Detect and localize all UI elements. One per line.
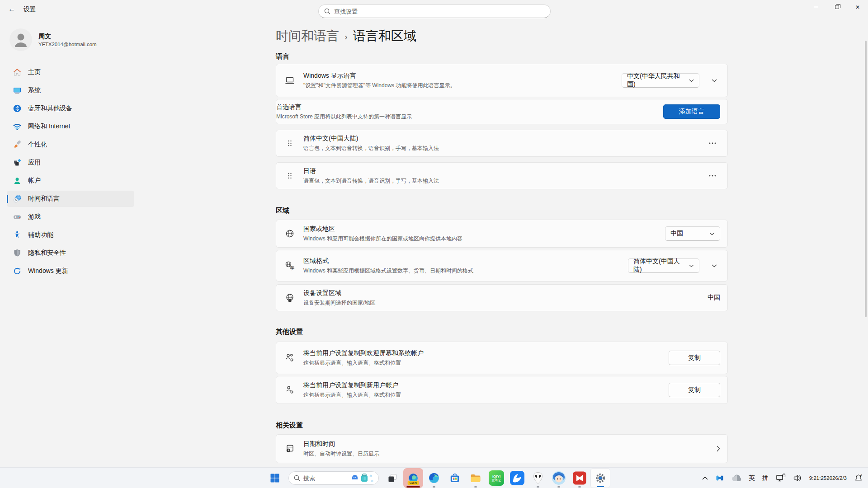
running-indicator	[474, 486, 477, 488]
start-button[interactable]	[265, 468, 285, 488]
running-indicator	[557, 486, 560, 488]
running-indicator	[537, 486, 539, 488]
red-app-button[interactable]	[570, 468, 590, 488]
windows-logo-icon	[270, 473, 280, 483]
device-region-title: 设备设置区域	[303, 289, 703, 297]
task-view-icon	[387, 473, 397, 483]
copy-new-user-button[interactable]: 复制	[669, 383, 720, 397]
more-icon	[709, 142, 716, 144]
sidebar-item-home[interactable]: 主页	[7, 64, 134, 80]
back-button[interactable]: ←	[5, 3, 19, 15]
sidebar-item-label: 隐私和安全性	[28, 249, 66, 257]
ime-mode-indicator[interactable]: 拼	[760, 469, 771, 487]
task-view-button[interactable]	[382, 468, 402, 488]
tray-app-button[interactable]	[713, 469, 726, 487]
settings-search-input[interactable]	[334, 8, 545, 15]
store-icon	[449, 472, 461, 484]
tray-overflow-button[interactable]	[700, 469, 710, 487]
apps-icon	[13, 158, 22, 167]
anime-avatar-app-button[interactable]	[549, 468, 569, 488]
breadcrumb: 时间和语言 › 语言和区域	[276, 27, 728, 45]
sidebar-item-apps[interactable]: 应用	[7, 155, 134, 171]
more-options-button[interactable]	[705, 169, 720, 183]
sidebar-item-network[interactable]: 网络和 Internet	[7, 118, 134, 135]
sidebar-item-label: 主页	[28, 68, 41, 76]
sidebar-item-bluetooth[interactable]: 蓝牙和其他设备	[7, 100, 134, 117]
clock-tray-button[interactable]: 9:21:25 2026/2/3	[807, 469, 849, 487]
page-title: 语言和区域	[353, 28, 416, 45]
tray-date: 2026/2/3	[826, 475, 847, 482]
settings-taskbar-button[interactable]	[590, 468, 610, 488]
language-features: 语言包，文本到语音转换，语音识别，手写，基本输入法	[303, 177, 700, 185]
sidebar-item-label: 游戏	[28, 213, 41, 221]
sidebar-item-system[interactable]: 系统	[7, 82, 134, 99]
cloud-icon	[731, 474, 741, 482]
brush-icon	[13, 140, 22, 149]
add-language-button[interactable]: 添加语言	[663, 104, 720, 119]
wifi-icon	[13, 122, 22, 131]
regional-format-dropdown[interactable]: 简体中文(中国大陆)	[628, 258, 699, 273]
settings-search-box[interactable]	[318, 5, 551, 18]
chevron-down-icon	[712, 79, 717, 82]
update-icon	[13, 267, 22, 276]
notification-center-button[interactable]: zz	[852, 469, 865, 487]
sidebar-item-personalization[interactable]: 个性化	[7, 136, 134, 153]
sidebar-item-privacy[interactable]: 隐私和安全性	[7, 245, 134, 261]
settings-gear-icon	[594, 472, 606, 484]
sidebar-item-label: 系统	[28, 86, 41, 94]
edge-taskbar-button[interactable]	[424, 468, 444, 488]
svg-text:❄: ❄	[371, 479, 373, 483]
language-item-chinese[interactable]: 简体中文(中国大陆) 语言包，文本到语音转换，语音识别，手写，基本输入法	[276, 130, 728, 157]
country-region-dropdown[interactable]: 中国	[665, 226, 720, 241]
preferred-language-subtitle: Microsoft Store 应用将以此列表中支持的第一种语言显示	[276, 113, 659, 121]
country-region-title: 国家或地区	[303, 225, 660, 233]
close-button[interactable]: ✕	[847, 0, 868, 14]
chevron-down-icon	[689, 264, 694, 267]
copy-new-user-title: 将当前用户设置复制到新用户帐户	[303, 381, 664, 389]
sidebar-item-accounts[interactable]: 帐户	[7, 173, 134, 189]
device-region-value: 中国	[708, 294, 720, 302]
volume-tray-button[interactable]	[791, 469, 804, 487]
notification-bell-icon: zz	[854, 474, 863, 483]
regional-format-row: 字 区域格式 Windows 和某些应用根据区域格式设置数字、货币、日期和时间的…	[276, 250, 728, 282]
display-language-expand-button[interactable]	[708, 74, 720, 87]
sidebar-item-windows-update[interactable]: Windows 更新	[7, 263, 134, 279]
ime-language-indicator[interactable]: 英	[746, 469, 757, 487]
file-explorer-taskbar-button[interactable]	[466, 468, 486, 488]
foobar2000-taskbar-button[interactable]	[528, 468, 548, 488]
regional-format-expand-button[interactable]	[708, 259, 720, 272]
date-time-row[interactable]: 日期和时间 时区、自动时钟设置、日历显示	[276, 434, 728, 463]
sidebar: 周文 YFTX2014@hotmail.com 主页 系统 蓝牙和其他设备 网络…	[0, 22, 141, 467]
sidebar-item-time-language[interactable]: 时间和语言	[7, 191, 134, 207]
taskbar-search-box[interactable]: ❄❄	[288, 471, 379, 485]
chevron-down-icon	[712, 264, 717, 267]
account-item[interactable]: 周文 YFTX2014@hotmail.com	[7, 26, 134, 53]
iqiyi-taskbar-button[interactable]: iQIYI 爱奇艺	[486, 468, 506, 488]
sidebar-item-gaming[interactable]: 游戏	[7, 209, 134, 225]
sidebar-item-label: Windows 更新	[28, 267, 68, 275]
more-icon	[709, 175, 716, 177]
thunder-taskbar-button[interactable]	[507, 468, 527, 488]
minimize-button[interactable]	[806, 0, 826, 14]
drag-handle-icon[interactable]	[276, 140, 303, 147]
copy-welcome-row: 将当前用户设置复制到欢迎屏幕和系统帐户 这包括显示语言、输入语言、格式和位置 复…	[276, 342, 728, 374]
search-icon	[294, 475, 300, 481]
sidebar-item-accessibility[interactable]: 辅助功能	[7, 227, 134, 243]
taskbar-search-input[interactable]	[303, 475, 344, 482]
taskbar: ❄❄ CAN iQIYI 爱奇艺	[0, 467, 868, 488]
more-options-button[interactable]	[705, 136, 720, 150]
edge-canary-taskbar-button[interactable]: CAN	[403, 468, 423, 488]
anime-avatar-icon	[552, 471, 566, 485]
app-title: 设置	[24, 5, 36, 14]
display-language-dropdown[interactable]: 中文(中华人民共和国)	[622, 73, 699, 88]
language-item-japanese[interactable]: 日语 语言包，文本到语音转换，语音识别，手写，基本输入法	[276, 162, 728, 189]
breadcrumb-parent[interactable]: 时间和语言	[276, 28, 339, 45]
drag-handle-icon[interactable]	[276, 172, 303, 179]
microsoft-store-taskbar-button[interactable]	[445, 468, 465, 488]
onedrive-tray-button[interactable]	[729, 469, 744, 487]
copy-welcome-button[interactable]: 复制	[669, 351, 720, 365]
network-tray-button[interactable]	[774, 469, 788, 487]
restore-button[interactable]	[826, 0, 847, 14]
language-name: 日语	[303, 167, 700, 175]
scrollbar[interactable]	[865, 41, 867, 317]
